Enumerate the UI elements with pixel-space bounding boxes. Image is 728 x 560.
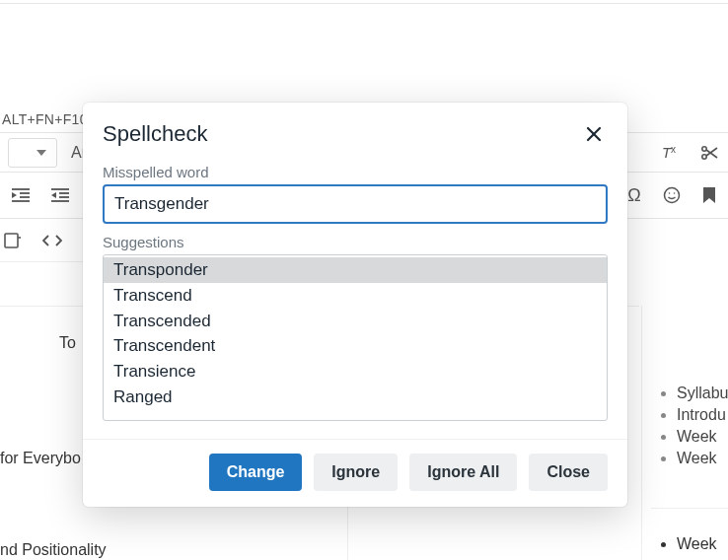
list-item: Week (677, 450, 728, 467)
list-item: Week (677, 428, 728, 446)
suggestion-item[interactable]: Transcendent (104, 333, 607, 359)
emoji-icon[interactable] (661, 184, 683, 206)
misspelled-word-label: Misspelled word (103, 164, 608, 180)
bg-outline-list: Syllabu Introdu Week Week (659, 385, 728, 471)
indent-decrease-icon[interactable] (49, 184, 71, 206)
list-item: Syllabu (677, 385, 728, 402)
svg-point-16 (674, 192, 676, 194)
suggestion-item[interactable]: Transponder (104, 257, 607, 283)
close-button[interactable]: Close (529, 454, 608, 491)
suggestion-item[interactable]: Ranged (104, 385, 607, 410)
bg-outline-list-2: Week (659, 535, 717, 553)
block-format-select[interactable] (8, 138, 57, 168)
code-icon[interactable] (41, 230, 63, 251)
ignore-all-button[interactable]: Ignore All (409, 454, 517, 491)
bookmark-icon[interactable] (698, 184, 720, 206)
spellcheck-dialog: Spellcheck Misspelled word Suggestions T… (83, 103, 627, 507)
svg-rect-17 (5, 234, 18, 247)
clear-format-icon[interactable]: Tx (661, 142, 683, 164)
list-item: Introdu (677, 406, 728, 424)
close-icon[interactable] (580, 120, 608, 148)
scissors-icon[interactable] (698, 142, 720, 164)
panel-icon[interactable] (2, 230, 24, 251)
svg-point-2 (702, 146, 706, 150)
bg-col1-heading: To (59, 334, 76, 352)
dialog-title: Spellcheck (103, 121, 207, 147)
suggestion-item[interactable]: Transience (104, 359, 607, 385)
ignore-button[interactable]: Ignore (314, 454, 398, 491)
svg-point-15 (669, 192, 671, 194)
svg-point-14 (665, 188, 680, 203)
change-button[interactable]: Change (209, 454, 303, 491)
shortcut-hint: ALT+FN+F10 (0, 111, 88, 127)
suggestions-label: Suggestions (103, 234, 608, 250)
suggestion-item[interactable]: Transcend (104, 283, 607, 309)
list-item: Week (677, 535, 717, 553)
bg-text-fragment-2: nd Positionality (0, 541, 107, 559)
suggestions-listbox[interactable]: Transponder Transcend Transcended Transc… (103, 254, 608, 421)
suggestion-item[interactable]: Transcended (104, 309, 607, 334)
dialog-footer: Change Ignore Ignore All Close (83, 439, 627, 507)
bg-text-fragment-1: for Everybo (0, 450, 81, 467)
indent-increase-icon[interactable] (10, 184, 32, 206)
misspelled-word-input[interactable] (103, 184, 608, 224)
svg-text:x: x (671, 144, 676, 155)
svg-point-3 (702, 154, 706, 158)
